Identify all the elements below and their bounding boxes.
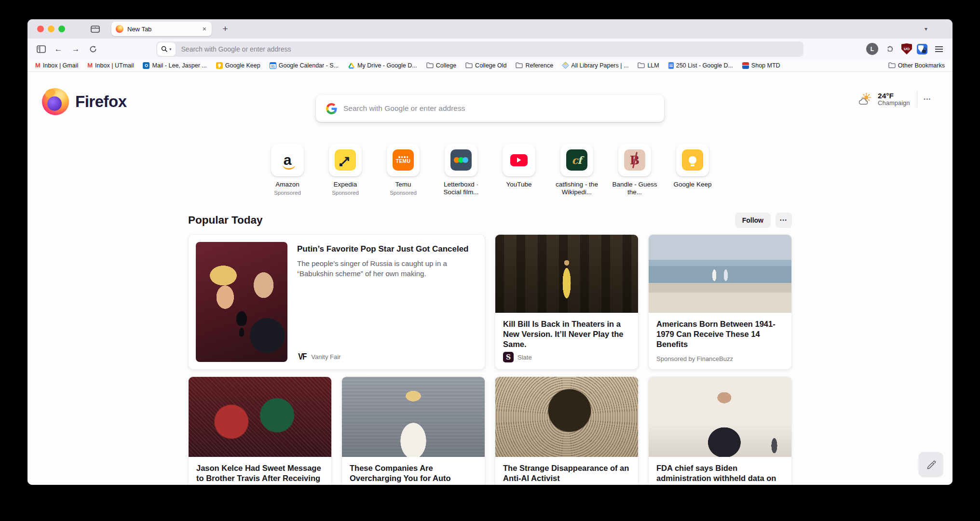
google-keep-icon <box>216 62 223 69</box>
address-bar[interactable]: ▾ <box>156 41 803 57</box>
article-source: Slate <box>517 354 532 361</box>
bookmark-item[interactable]: LLM <box>638 62 659 69</box>
article-source: Vanity Fair <box>311 353 340 361</box>
bookmark-label: All Library Papers | ... <box>571 62 628 69</box>
close-window-button[interactable] <box>37 26 44 32</box>
article-title: FDA chief says Biden administration with… <box>656 463 784 485</box>
tab-new-tab[interactable]: New Tab × <box>111 22 212 36</box>
url-input[interactable] <box>176 45 803 53</box>
shortcut-amazon[interactable]: a Amazon Sponsored <box>264 144 311 198</box>
forward-button[interactable]: → <box>69 42 82 56</box>
reload-button[interactable] <box>86 42 100 56</box>
sun-cloud-icon <box>858 92 873 107</box>
folder-icon <box>426 62 434 68</box>
section-menu-icon[interactable]: ••• <box>776 213 792 228</box>
divider <box>917 91 917 107</box>
vanity-fair-logo: VF <box>298 351 306 362</box>
shortcut-bandle[interactable]: B Bandle - Guess the... <box>611 144 658 198</box>
extensions-puzzle-icon[interactable] <box>883 42 897 56</box>
shortcut-expedia[interactable]: ↗ Expedia Sponsored <box>322 144 369 198</box>
shortcut-catfishing[interactable]: cf catfishing - the Wikipedi... <box>553 144 600 198</box>
article-image <box>649 377 791 457</box>
bookmark-item[interactable]: Shop MTD <box>742 62 780 69</box>
bookmark-item[interactable]: MInbox | UTmail <box>87 62 134 69</box>
shortcut-google-keep[interactable]: Google Keep <box>669 144 716 198</box>
bookmark-item[interactable]: 250 List - Google D... <box>668 62 733 69</box>
firefox-brand: Firefox <box>42 88 127 115</box>
weather-city: Champaign <box>878 100 910 107</box>
news-card[interactable]: The Strange Disappearance of an Anti-AI … <box>495 376 639 485</box>
bookmark-label: College <box>436 62 456 69</box>
google-docs-icon <box>668 62 674 69</box>
window-controls <box>34 26 65 32</box>
tab-bar: New Tab × + ▾ <box>27 19 953 39</box>
search-engine-chip[interactable]: ▾ <box>157 42 176 56</box>
firefox-favicon <box>116 25 123 33</box>
bookmark-item[interactable]: All Library Papers | ... <box>562 62 628 69</box>
newtab-search[interactable] <box>316 95 664 122</box>
toolbar-right-buttons: L UO <box>866 42 946 56</box>
article-title: Jason Kelce Had Sweet Message to Brother… <box>196 463 324 485</box>
follow-button[interactable]: Follow <box>735 213 771 228</box>
article-title: Americans Born Between 1941-1979 Can Rec… <box>656 319 784 349</box>
bookmark-item[interactable]: Google Keep <box>216 62 260 69</box>
bookmark-label: Inbox | Gmail <box>43 62 78 69</box>
shortcut-temu[interactable]: TEMU Temu Sponsored <box>380 144 427 198</box>
news-card[interactable]: These Companies Are Overcharging You for… <box>341 376 485 485</box>
newtab-search-input[interactable] <box>343 104 664 113</box>
minimize-window-button[interactable] <box>48 26 54 32</box>
gmail-icon: M <box>35 62 41 68</box>
ublock-origin-icon[interactable]: UO <box>901 43 912 54</box>
sponsored-label: Sponsored by FinanceBuzz <box>656 355 784 362</box>
gmail-icon: M <box>87 62 93 68</box>
bookmark-label: 250 List - Google D... <box>676 62 733 69</box>
youtube-icon <box>510 154 528 166</box>
weather-menu-icon[interactable]: ••• <box>924 97 931 102</box>
sidebar-toggle-icon[interactable] <box>34 42 48 56</box>
news-card-featured[interactable]: Putin’s Favorite Pop Star Just Got Cance… <box>188 234 485 370</box>
bookmark-item[interactable]: College <box>426 62 456 69</box>
new-tab-button[interactable]: + <box>218 22 232 36</box>
menu-hamburger-icon[interactable] <box>932 42 946 56</box>
news-card[interactable]: Jason Kelce Had Sweet Message to Brother… <box>188 376 332 485</box>
back-button[interactable]: ← <box>52 42 65 56</box>
tab-close-icon[interactable]: × <box>202 25 207 33</box>
bookmark-item[interactable]: College Old <box>465 62 506 69</box>
bookmark-label: Google Calendar - S... <box>279 62 339 69</box>
bookmark-item[interactable]: OMail - Lee, Jasper ... <box>143 62 206 69</box>
bookmark-item[interactable]: My Drive - Google D... <box>348 62 417 69</box>
firefox-logo-icon <box>42 88 69 115</box>
shortcut-letterboxd[interactable]: Letterboxd · Social film... <box>437 144 485 198</box>
news-card-sponsored[interactable]: Americans Born Between 1941-1979 Can Rec… <box>648 234 792 370</box>
news-card[interactable]: FDA chief says Biden administration with… <box>648 376 792 485</box>
google-calendar-icon: 31 <box>270 62 276 69</box>
article-title: Kill Bill Is Back in Theaters in a New V… <box>503 319 630 349</box>
news-card[interactable]: Kill Bill Is Back in Theaters in a New V… <box>495 234 639 370</box>
password-manager-extension-icon[interactable] <box>917 44 927 54</box>
article-description: The people’s singer of Russia is caught … <box>297 258 477 279</box>
popular-today-feed: Popular Today Follow ••• Putin’s Favorit… <box>188 211 792 485</box>
shortcut-youtube[interactable]: YouTube <box>495 144 543 198</box>
outlook-icon: O <box>143 62 150 69</box>
zoom-window-button[interactable] <box>58 26 65 32</box>
account-avatar[interactable]: L <box>866 43 878 55</box>
customize-pencil-button[interactable] <box>919 452 943 476</box>
list-all-tabs-chevron-icon[interactable]: ▾ <box>925 26 946 32</box>
other-bookmarks[interactable]: Other Bookmarks <box>888 62 945 69</box>
bookmark-item[interactable]: 31Google Calendar - S... <box>270 62 339 69</box>
folder-icon <box>465 62 473 68</box>
bookmark-item[interactable]: Reference <box>516 62 553 69</box>
bookmark-item[interactable]: MInbox | Gmail <box>35 62 78 69</box>
bookmark-label: Inbox | UTmail <box>95 62 134 69</box>
chevron-down-icon: ▾ <box>169 47 172 52</box>
article-image <box>189 377 331 457</box>
firefox-view-icon[interactable] <box>89 23 101 35</box>
weather-widget[interactable]: 24°F Champaign ••• <box>858 91 931 107</box>
weather-temperature: 24°F <box>878 92 910 100</box>
folder-icon <box>516 62 523 68</box>
article-title: These Companies Are Overcharging You for… <box>350 463 477 485</box>
article-image <box>495 235 638 313</box>
google-icon <box>326 103 337 114</box>
shortcut-tiles: a Amazon Sponsored ↗ Expedia Sponsored T… <box>27 144 953 198</box>
article-image <box>342 377 485 457</box>
